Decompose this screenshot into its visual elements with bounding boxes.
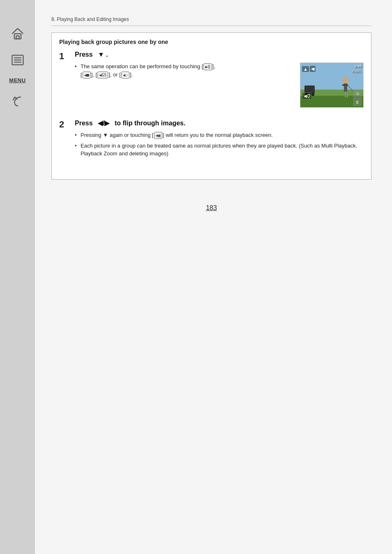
svg-point-11	[311, 93, 314, 96]
svg-rect-8	[300, 96, 364, 108]
camera-thumbnail: ▲ ◀ 1/98 20pic. ⚙	[300, 62, 364, 108]
step-2-rest: to flip through images.	[115, 120, 185, 127]
inline-icon-2: ◀■	[83, 72, 91, 78]
bracket-open-3: [	[119, 72, 121, 78]
step-1-bullet-1: The same operation can be performed by t…	[75, 62, 292, 78]
svg-rect-15	[345, 92, 346, 97]
main-content: 8. Playing Back and Editing Images Playi…	[35, 0, 392, 554]
thumb-container: ▲ ◀ 1/98 20pic. ⚙	[300, 62, 364, 108]
page-number: 183	[51, 204, 371, 212]
step-2-content: Press ◀/▶ to flip through images. Pressi…	[75, 119, 364, 160]
bracket-close-1: ]	[91, 72, 93, 78]
step-2-symbol: ◀/▶	[98, 119, 109, 127]
step-2-press: Press	[75, 120, 93, 127]
svg-point-10	[305, 93, 308, 96]
step-2: 2 Press ◀/▶ to flip through images. Pres…	[59, 119, 364, 160]
step-1-symbol: ▼	[98, 51, 104, 58]
sidebar: MENU	[0, 0, 35, 554]
inline-icon-3: ◀GS	[97, 72, 108, 78]
step2-bullet1-post: ] will return you to the normal playback…	[163, 132, 273, 138]
svg-rect-9	[304, 85, 315, 94]
inline-icon-1: ▶Q	[203, 63, 212, 70]
bracket-close-2: ]	[108, 72, 110, 78]
step-1-text: The same operation can be performed by t…	[75, 62, 292, 81]
step-2-bullet-2: Each picture in a group can be treated s…	[75, 142, 364, 158]
step2-bullet1-pre: Pressing ▼ again or touching [	[81, 132, 154, 138]
inline-icon-5: ◀▣	[154, 132, 162, 139]
step-1-press: Press	[75, 51, 93, 58]
step-2-bullets: Pressing ▼ again or touching [◀▣] will r…	[75, 131, 364, 158]
menu-label[interactable]: MENU	[9, 77, 25, 83]
home-icon[interactable]	[9, 25, 27, 43]
step-1: 1 Press ▼. The same operation can be per…	[59, 51, 364, 108]
step-2-header: Press ◀/▶ to flip through images.	[75, 119, 364, 127]
bullet1-pre: The same operation can be performed by t…	[81, 63, 203, 69]
list-icon[interactable]	[9, 51, 27, 69]
bracket-open-2: [	[96, 72, 97, 78]
bullet1-icons-row: [◀■], [◀GS], or [◀☆].	[81, 72, 133, 78]
step-1-bullets: The same operation can be performed by t…	[75, 62, 292, 78]
svg-point-12	[342, 77, 349, 83]
step-1-period: .	[106, 51, 108, 58]
inline-icon-4: ◀☆	[121, 72, 129, 78]
section-title: Playing back group pictures one by one	[59, 39, 364, 45]
svg-rect-1	[16, 36, 19, 39]
bracket-close-3: ].	[130, 72, 133, 78]
svg-rect-14	[342, 84, 348, 86]
section-box: Playing back group pictures one by one 1…	[51, 32, 371, 180]
step-2-bullet-1: Pressing ▼ again or touching [◀▣] will r…	[75, 131, 364, 139]
bracket-open-1: [	[81, 72, 82, 78]
svg-rect-16	[347, 92, 348, 97]
bullet1-mid: ],	[212, 63, 215, 69]
back-icon[interactable]	[9, 92, 27, 110]
step-1-number: 1	[59, 51, 71, 62]
step-1-content: Press ▼. The same operation can be perfo…	[75, 51, 364, 108]
breadcrumb: 8. Playing Back and Editing Images	[51, 16, 371, 26]
golf-image	[300, 63, 363, 107]
step-1-header: Press ▼.	[75, 51, 364, 58]
step-2-number: 2	[59, 119, 71, 130]
step-1-layout: The same operation can be performed by t…	[75, 62, 364, 108]
